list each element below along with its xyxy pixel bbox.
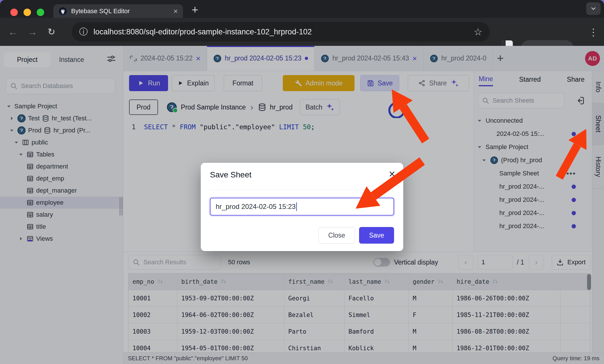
back-button[interactable]: ← (8, 18, 18, 46)
bookmark-star-icon[interactable]: ☆ (474, 26, 482, 38)
browser-window: Bytebase SQL Editor × + ← → ↻ ⓘ localhos… (0, 0, 604, 364)
browser-menu-icon[interactable]: ⋮ (589, 26, 598, 38)
save-sheet-dialog: Save Sheet × hr_prod 2024-02-05 15:23 Cl… (201, 163, 403, 251)
dialog-divider (209, 190, 395, 190)
dialog-title: Save Sheet (210, 170, 252, 179)
sheet-name-value: hr_prod 2024-02-05 15:23 (216, 203, 296, 211)
browser-tab-strip: Bytebase SQL Editor × + (0, 0, 604, 18)
site-info-icon[interactable]: ⓘ (79, 26, 88, 38)
browser-toolbar: ← → ↻ ⓘ localhost:8080/sql-editor/prod-s… (0, 18, 604, 46)
new-tab-button[interactable]: + (192, 4, 198, 15)
bytebase-favicon (59, 7, 67, 15)
dialog-close-button[interactable]: Close (318, 227, 355, 244)
tab-search-button[interactable] (586, 2, 601, 15)
window-close-button[interactable] (10, 9, 18, 16)
browser-tab-title: Bytebase SQL Editor (71, 7, 169, 15)
browser-tab-close-icon[interactable]: × (174, 7, 178, 15)
chevron-down-icon (590, 5, 597, 12)
dialog-save-button[interactable]: Save (359, 227, 394, 244)
text-cursor (296, 202, 297, 211)
forward-button[interactable]: → (28, 18, 37, 46)
dialog-close-icon[interactable]: × (389, 169, 395, 179)
address-bar[interactable]: ⓘ localhost:8080/sql-editor/prod-sample-… (72, 22, 490, 42)
window-minimize-button[interactable] (24, 9, 31, 16)
url-text: localhost:8080/sql-editor/prod-sample-in… (93, 28, 468, 36)
sheet-name-input[interactable]: hr_prod 2024-02-05 15:23 (210, 198, 394, 216)
window-zoom-button[interactable] (37, 9, 44, 16)
browser-tab[interactable]: Bytebase SQL Editor × (53, 4, 183, 18)
reload-button[interactable]: ↻ (48, 18, 55, 46)
